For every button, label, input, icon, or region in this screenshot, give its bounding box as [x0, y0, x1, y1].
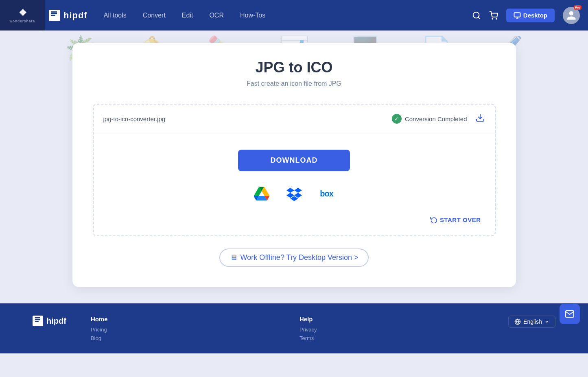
footer: hipdf Home Pricing Blog Help Privacy Ter…	[0, 303, 588, 353]
cloud-icons: box	[251, 183, 337, 204]
hipdf-icon	[49, 10, 60, 21]
navbar: ❖ wondershare hipdf All tools Convert Ed…	[0, 0, 588, 31]
nav-actions: Desktop Pro	[472, 7, 580, 24]
nav-links: All tools Convert Edit OCR How-Tos	[104, 12, 472, 19]
main-container: JPG to ICO Fast create an icon file from…	[64, 43, 524, 303]
dropbox-button[interactable]	[284, 183, 304, 204]
search-icon	[472, 11, 481, 20]
nav-ocr[interactable]: OCR	[209, 12, 224, 19]
converter-card: JPG to ICO Fast create an icon file from…	[72, 43, 516, 287]
ws-brand-name: wondershare	[9, 19, 35, 23]
desktop-button-label: Desktop	[523, 12, 547, 19]
nav-how-tos[interactable]: How-Tos	[240, 12, 265, 19]
start-over-button[interactable]: START OVER	[430, 216, 481, 223]
footer-right: English	[508, 316, 555, 328]
status-text: Conversion Completed	[405, 115, 467, 122]
footer-col-home-title: Home	[91, 316, 275, 323]
svg-point-6	[496, 18, 497, 19]
google-drive-icon	[254, 187, 270, 200]
box-icon: box	[320, 189, 333, 198]
footer-col-help: Help Privacy Terms	[299, 316, 484, 341]
svg-point-5	[492, 18, 493, 19]
svg-rect-7	[514, 13, 520, 17]
nav-edit[interactable]: Edit	[182, 12, 193, 19]
svg-rect-1	[51, 13, 57, 14]
svg-point-3	[473, 12, 479, 18]
nav-all-tools[interactable]: All tools	[104, 12, 127, 19]
cart-button[interactable]	[489, 11, 498, 20]
svg-rect-11	[35, 317, 40, 318]
start-over-label: START OVER	[440, 216, 481, 223]
chevron-down-icon	[544, 319, 549, 324]
desktop-button[interactable]: Desktop	[506, 9, 555, 22]
user-avatar-wrap[interactable]: Pro	[563, 7, 580, 24]
page-title: JPG to ICO	[93, 59, 496, 76]
footer-logo: hipdf	[33, 316, 66, 326]
footer-link-pricing[interactable]: Pricing	[91, 327, 275, 333]
language-label: English	[523, 318, 542, 325]
footer-col-home: Home Pricing Blog	[91, 316, 275, 341]
footer-link-terms[interactable]: Terms	[299, 335, 484, 341]
google-drive-button[interactable]	[251, 183, 272, 204]
download-icon	[475, 113, 485, 122]
download-section: DOWNLOAD	[94, 133, 495, 235]
wondershare-brand: ❖ wondershare	[0, 0, 45, 31]
hero-bg: 🪴 🔔 ✏️ 📊 🖥️ 📄 🖊️ JPG to ICO Fast create …	[0, 31, 588, 303]
file-name: jpg-to-ico-converter.jpg	[103, 115, 392, 122]
svg-rect-13	[35, 321, 39, 322]
start-over-row: START OVER	[103, 216, 485, 223]
footer-logo-icon	[33, 316, 43, 326]
individual-download-button[interactable]	[475, 113, 485, 125]
search-button[interactable]	[472, 11, 481, 20]
file-row: jpg-to-ico-converter.jpg ✓ Conversion Co…	[94, 105, 495, 133]
desktop-banner-button[interactable]: 🖥 Work Offline? Try Desktop Version >	[219, 248, 369, 267]
mail-fab-button[interactable]	[560, 304, 580, 324]
svg-rect-0	[51, 11, 57, 13]
desktop-icon	[514, 12, 521, 19]
desktop-banner-label: Work Offline? Try Desktop Version >	[240, 253, 358, 262]
globe-icon	[514, 318, 521, 325]
hipdf-logo[interactable]: hipdf	[49, 10, 87, 21]
svg-rect-12	[35, 319, 40, 320]
footer-link-blog[interactable]: Blog	[91, 335, 275, 341]
status-check-icon: ✓	[392, 114, 402, 124]
ws-logo-icon: ❖	[19, 8, 26, 18]
file-area: jpg-to-ico-converter.jpg ✓ Conversion Co…	[93, 104, 496, 236]
footer-link-privacy[interactable]: Privacy	[299, 327, 484, 333]
hipdf-brand-name: hipdf	[63, 10, 87, 21]
box-button[interactable]: box	[317, 183, 337, 204]
svg-rect-2	[51, 15, 55, 16]
mail-icon	[565, 309, 575, 319]
nav-convert[interactable]: Convert	[143, 12, 166, 19]
download-button[interactable]: DOWNLOAD	[238, 150, 350, 171]
refresh-icon	[430, 216, 437, 223]
language-button[interactable]: English	[508, 316, 555, 328]
footer-col-help-title: Help	[299, 316, 484, 323]
conversion-status: ✓ Conversion Completed	[392, 114, 467, 124]
desktop-banner-icon: 🖥	[230, 253, 237, 262]
svg-line-4	[478, 17, 480, 19]
pro-badge: Pro	[574, 5, 581, 10]
page-subtitle: Fast create an icon file from JPG	[93, 80, 496, 87]
cart-icon	[489, 11, 498, 20]
dropbox-icon	[286, 186, 302, 201]
desktop-banner: 🖥 Work Offline? Try Desktop Version >	[93, 248, 496, 267]
footer-logo-text: hipdf	[46, 316, 66, 326]
